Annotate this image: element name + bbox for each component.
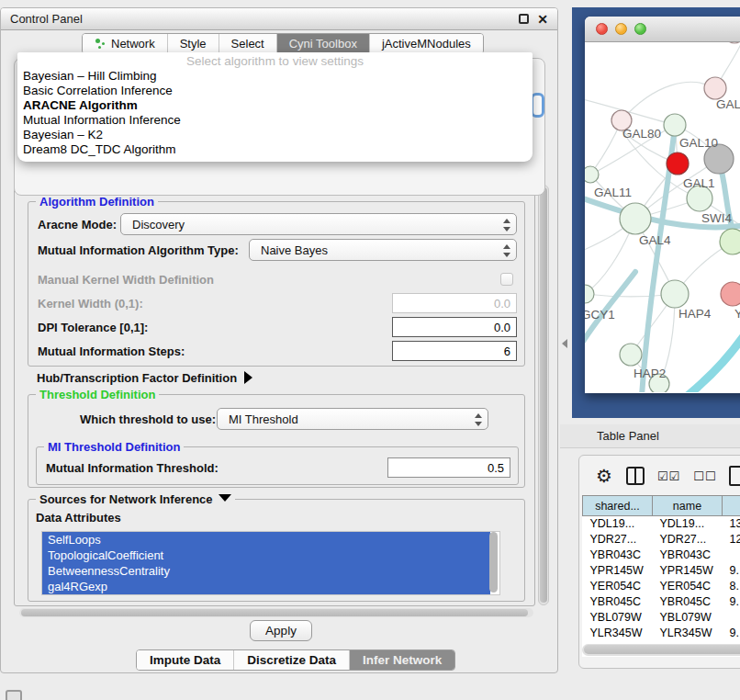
kernel-width-field[interactable]: 0.0 [392,293,517,313]
tab-label: Style [180,37,207,51]
mi-steps-label: Mutual Information Steps: [38,344,185,358]
table-row[interactable]: YBR043CYBR043C [583,548,740,563]
bottom-tab-discretize-data[interactable]: Discretize Data [234,650,350,670]
sources-title: Sources for Network Inference [36,492,235,506]
algorithm-option-dream8-dc-tdc-algorithm[interactable]: Dream8 DC_TDC Algorithm [17,142,533,157]
which-threshold-value: MI Threshold [229,412,298,426]
expand-right-icon[interactable] [244,371,252,384]
bottom-tab-infer-network[interactable]: Infer Network [350,650,454,670]
table-cell: 8. [723,579,740,594]
minimize-traffic-light-icon[interactable] [615,23,627,35]
table-cell: YDR27... [653,532,723,548]
table-row[interactable]: YDL19...YDL19...13 [583,516,740,532]
network-node-gal4[interactable] [620,203,651,234]
table-row[interactable]: YPR145WYPR145W9. [583,563,740,579]
document-icon[interactable] [729,466,740,486]
control-panel-window: Control Panel ✕ NetworkStyleSelectCyni T… [0,7,558,673]
kernel-width-label: Kernel Width (0,1): [38,297,143,310]
algorithm-option-basic-correlation-inference[interactable]: Basic Correlation Inference [17,84,533,98]
settings-vertical-scrollbar[interactable] [538,185,549,605]
table-horizontal-scrollbar[interactable] [582,644,740,656]
hub-definition-toggle[interactable]: Hub/Transcription Factor Definition [37,367,525,389]
table-row[interactable]: YDR27...YDR27...12 [583,532,740,548]
mi-steps-field[interactable]: 6 [392,341,517,361]
network-node-hap2[interactable] [620,344,642,366]
bottom-corner-icon[interactable] [6,690,22,700]
bottom-tab-impute-data[interactable]: Impute Data [137,650,234,670]
manual-kernel-label: Manual Kernel Width Definition [38,273,214,287]
attributes-list-scrollbar[interactable] [489,532,498,593]
manual-kernel-row: Manual Kernel Width Definition [38,268,515,290]
mi-threshold-definition-title: MI Threshold Definition [44,440,184,454]
aracne-mode-select[interactable]: Discovery [120,213,517,235]
tab-style[interactable]: Style [168,34,219,53]
manual-kernel-checkbox[interactable] [500,273,513,286]
data-attributes-list[interactable]: SelfLoopsTopologicalCoefficientBetweenne… [41,531,500,595]
columns-icon[interactable] [626,467,645,485]
table-panel-header[interactable]: Table Panel [560,424,740,448]
deselect-all-checkboxes-icon[interactable]: ☐☐ [693,469,716,483]
dpi-tolerance-field[interactable]: 0.0 [392,317,517,337]
close-icon[interactable]: ✕ [537,13,548,26]
network-node-gal10[interactable] [664,114,686,136]
algorithm-option-bayesian-hill-climbing[interactable]: Bayesian – Hill Climbing [17,69,533,84]
float-window-icon[interactable] [519,14,529,24]
tab-select[interactable]: Select [219,34,277,53]
which-threshold-select[interactable]: MI Threshold [217,408,488,430]
node-table[interactable]: shared...name YDL19...YDL19...13YDR27...… [582,495,740,657]
attribute-item-betweennesscentrality[interactable]: BetweennessCentrality [42,563,490,579]
table-column-header[interactable]: name [653,496,723,516]
table-cell: YDL19... [653,516,723,532]
splitter-collapse-arrow[interactable] [562,339,567,348]
tab-jactivemnodules[interactable]: jActiveMNodules [370,34,483,53]
network-node-y[interactable] [721,282,740,306]
table-column-header[interactable] [723,496,740,516]
close-traffic-light-icon[interactable] [596,23,608,35]
hub-definition-label: Hub/Transcription Factor Definition [37,371,237,385]
attribute-item-topologicalcoefficient[interactable]: TopologicalCoefficient [42,548,490,563]
attribute-item-gal4rgexp[interactable]: gal4RGexp [42,579,490,594]
control-panel-titlebar[interactable]: Control Panel ✕ [1,8,557,30]
collapse-down-icon[interactable] [219,494,231,502]
network-node-label: GAL4 [639,233,671,247]
apply-button[interactable]: Apply [250,620,312,641]
zoom-traffic-light-icon[interactable] [634,23,646,35]
settings-horizontal-scrollbar[interactable] [19,608,533,617]
table-row[interactable]: YER054CYER054C8. [583,579,740,594]
network-window[interactable]: GALGAL80GAL10GAL1GAL11GAL4SWI4GCY1HAP4YH… [585,17,740,393]
network-view-frame: GALGAL80GAL10GAL1GAL11GAL4SWI4GCY1HAP4YH… [572,7,740,418]
algorithm-option-bayesian-k2[interactable]: Bayesian – K2 [17,128,533,142]
algorithm-definition-title: Algorithm Definition [36,195,158,209]
control-panel-title: Control Panel [10,12,519,26]
table-cell: 12 [723,532,740,548]
table-cell: YPR145W [583,563,653,579]
table-cell: YER054C [583,579,653,594]
tab-network[interactable]: Network [83,34,168,53]
tab-label: Cyni Toolbox [289,37,357,51]
algorithm-option-mutual-information-inference[interactable]: Mutual Information Inference [17,113,533,128]
mi-type-select[interactable]: Naive Bayes [249,239,517,261]
algorithm-option-aracne-algorithm[interactable]: ARACNE Algorithm [17,98,533,113]
network-window-titlebar[interactable] [585,17,740,42]
attribute-item-selfloops[interactable]: SelfLoops [42,532,490,548]
network-node-label: GAL [716,97,740,111]
table-cell: YBR043C [583,548,653,563]
gear-icon[interactable]: ⚙ [596,467,612,485]
network-node-gal[interactable] [704,77,726,99]
network-node-swi4[interactable] [720,229,740,254]
table-column-header[interactable]: shared... [583,496,653,516]
network-node-gal1[interactable] [667,152,689,175]
table-row[interactable]: YBL079WYBL079W [583,610,740,626]
network-node[interactable] [724,42,740,43]
network-node-hap4[interactable] [661,280,689,308]
network-node-gal11[interactable] [585,166,599,183]
mi-threshold-field[interactable]: 0.5 [387,457,510,478]
select-all-checkboxes-icon[interactable]: ☑☑ [657,469,680,483]
table-panel-title: Table Panel [597,429,659,443]
network-node-label: HAP2 [633,367,666,380]
network-canvas[interactable]: GALGAL80GAL10GAL1GAL11GAL4SWI4GCY1HAP4YH… [585,42,740,392]
tab-cyni-toolbox[interactable]: Cyni Toolbox [277,34,370,53]
table-toolbar: ⚙ ☑☑ ☐☐ [579,463,740,489]
table-row[interactable]: YBR045CYBR045C9. [583,594,740,610]
table-row[interactable]: YLR345WYLR345W9. [583,626,740,641]
